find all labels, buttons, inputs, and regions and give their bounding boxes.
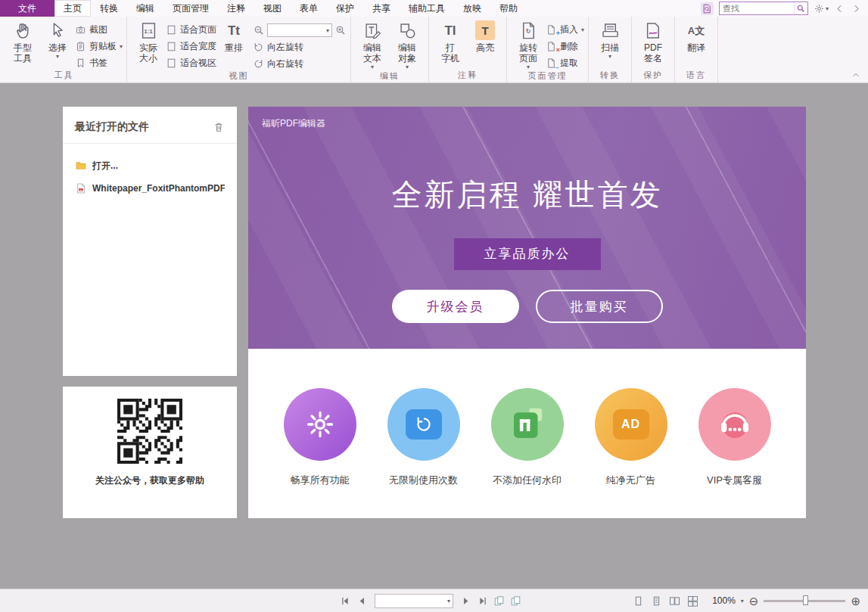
bookmark-button[interactable]: 书签 bbox=[75, 57, 123, 70]
rotate-right-button[interactable]: 向右旋转 bbox=[253, 57, 347, 70]
settings-gear-icon[interactable]: ▾ bbox=[814, 3, 829, 14]
tab-presentation[interactable]: 放映 bbox=[454, 0, 490, 17]
upgrade-member-button[interactable]: 升级会员 bbox=[392, 290, 519, 323]
chevron-left-icon[interactable] bbox=[834, 3, 845, 14]
rotate-right-icon bbox=[253, 58, 264, 70]
fit-visible-icon bbox=[166, 57, 177, 69]
zoom-slider-thumb[interactable] bbox=[803, 595, 808, 605]
tools-small-column: 截图 剪贴板▾ 书签 bbox=[75, 18, 123, 70]
zoom-in-button[interactable]: ⊕ bbox=[851, 595, 860, 607]
reflow-button[interactable]: Tt 重排 bbox=[216, 18, 251, 68]
page-navigation: ▾ bbox=[339, 594, 522, 608]
recent-file-item[interactable]: Whitepaper_FoxitPhantomPDF.p... bbox=[75, 177, 225, 200]
page-number-input[interactable] bbox=[378, 596, 447, 605]
tab-form[interactable]: 表单 bbox=[291, 0, 327, 17]
zoom-percentage[interactable]: 100% bbox=[712, 595, 736, 606]
pdf-sign-button[interactable]: PDF 签名 bbox=[636, 18, 670, 68]
page-number-combobox[interactable]: ▾ bbox=[375, 594, 453, 608]
single-page-view-button[interactable] bbox=[632, 595, 645, 607]
open-file-item[interactable]: 打开... bbox=[75, 154, 225, 177]
zoom-out-button[interactable]: ⊖ bbox=[749, 595, 759, 607]
search-input[interactable] bbox=[720, 4, 794, 13]
tab-convert[interactable]: 转换 bbox=[91, 0, 127, 17]
app-name-label: 福昕PDF编辑器 bbox=[262, 117, 806, 130]
tab-view[interactable]: 视图 bbox=[254, 0, 291, 17]
rotate-left-icon bbox=[253, 42, 264, 53]
fit-visible-button[interactable]: 适合视区 bbox=[166, 57, 216, 70]
status-bar: ▾ 100% ▾ ⊖ ⊕ bbox=[0, 589, 868, 612]
ribbon-group-label-language: 语言 bbox=[679, 70, 714, 82]
edit-object-button[interactable]: 编辑 对象 ▾ bbox=[390, 18, 425, 70]
clipboard-button[interactable]: 剪贴板▾ bbox=[75, 40, 123, 53]
zoom-level-input[interactable] bbox=[270, 26, 326, 35]
actual-size-icon: 1:1 bbox=[138, 20, 159, 41]
facing-view-button[interactable] bbox=[668, 595, 681, 607]
translate-label: 翻译 bbox=[687, 42, 705, 53]
headset-feature-icon bbox=[698, 388, 771, 461]
next-view-button[interactable] bbox=[509, 595, 522, 607]
rotate-left-button[interactable]: 向左旋转 bbox=[253, 41, 347, 54]
actual-size-button[interactable]: 1:1 实际 大小 bbox=[131, 18, 166, 68]
typewriter-button[interactable]: TI 打 字机 bbox=[433, 18, 468, 68]
first-page-button[interactable] bbox=[339, 595, 352, 607]
dropdown-caret-icon: ▾ bbox=[326, 27, 329, 34]
tab-edit[interactable]: 编辑 bbox=[127, 0, 163, 17]
select-tool-button[interactable]: 选择 ▾ bbox=[40, 18, 75, 68]
scanner-icon bbox=[600, 20, 621, 41]
edit-text-label: 编辑 bbox=[363, 42, 381, 53]
next-page-button[interactable] bbox=[459, 595, 472, 607]
fit-page-label: 适合页面 bbox=[180, 23, 216, 36]
fit-page-button[interactable]: 适合页面 bbox=[166, 23, 216, 36]
highlight-button[interactable]: T 高亮 bbox=[468, 18, 502, 68]
fit-width-icon bbox=[166, 41, 177, 52]
tab-help[interactable]: 帮助 bbox=[490, 0, 527, 17]
ribbon-group-label-view: 视图 bbox=[131, 70, 347, 82]
continuous-facing-view-button[interactable] bbox=[686, 595, 699, 607]
qr-code bbox=[117, 399, 182, 464]
tab-organize[interactable]: 页面管理 bbox=[163, 0, 218, 17]
insert-pages-button[interactable]: +插入▾ bbox=[546, 23, 584, 36]
zoom-out-icon[interactable] bbox=[253, 24, 265, 36]
clear-recent-trash-icon[interactable] bbox=[213, 121, 225, 133]
snapshot-button[interactable]: 截图 bbox=[75, 23, 123, 36]
recent-file-label: Whitepaper_FoxitPhantomPDF.p... bbox=[92, 183, 225, 194]
rotate-pages-button[interactable]: ↻ 旋转 页面 ▾ bbox=[511, 18, 546, 70]
actual-size-label2: 大小 bbox=[139, 53, 157, 64]
ribbon-group-label-protect: 保护 bbox=[636, 70, 670, 82]
ad-feature-icon: AD bbox=[595, 388, 667, 461]
extract-pages-button[interactable]: →提取 bbox=[546, 57, 584, 70]
file-menu-button[interactable]: 文件 bbox=[0, 0, 54, 17]
find-document-icon[interactable] bbox=[701, 2, 714, 15]
zoom-in-icon[interactable] bbox=[334, 24, 347, 36]
ribbon-tabs: 主页 转换 编辑 页面管理 注释 视图 表单 保护 共享 辅助工具 放映 帮助 bbox=[54, 0, 527, 17]
previous-page-button[interactable] bbox=[356, 595, 369, 607]
edit-text-button[interactable]: 编辑 文本 ▾ bbox=[355, 18, 390, 70]
tab-comment[interactable]: 注释 bbox=[218, 0, 254, 17]
scan-button[interactable]: 扫描 ▾ bbox=[593, 18, 627, 68]
recent-files-panel: 最近打开的文件 打开... Whitepaper_FoxitPhantomPDF… bbox=[63, 107, 237, 376]
fit-page-icon bbox=[166, 24, 177, 36]
bulk-purchase-button[interactable]: 批量购买 bbox=[536, 290, 663, 323]
zoom-dropdown-caret-icon[interactable]: ▾ bbox=[741, 598, 744, 604]
fit-width-button[interactable]: 适合宽度 bbox=[166, 40, 216, 53]
chevron-right-icon[interactable] bbox=[851, 3, 862, 14]
gear-feature-icon bbox=[284, 388, 356, 461]
translate-button[interactable]: A文 翻译 bbox=[679, 18, 714, 68]
delete-pages-button[interactable]: ×删除 bbox=[546, 40, 584, 53]
zoom-slider[interactable] bbox=[764, 595, 845, 607]
dropdown-caret-icon: ▾ bbox=[527, 64, 530, 70]
edit-object-label: 编辑 bbox=[398, 42, 416, 53]
feature-label: VIP专属客服 bbox=[707, 474, 762, 487]
zoom-level-combobox[interactable]: ▾ bbox=[267, 23, 332, 37]
tab-home[interactable]: 主页 bbox=[54, 0, 91, 17]
search-icon[interactable] bbox=[794, 2, 807, 14]
tab-protect[interactable]: 保护 bbox=[327, 0, 363, 17]
rotate-pages-label: 旋转 bbox=[519, 42, 537, 53]
tab-share[interactable]: 共享 bbox=[363, 0, 400, 17]
continuous-view-button[interactable] bbox=[650, 595, 663, 607]
last-page-button[interactable] bbox=[476, 595, 489, 607]
tab-accessibility[interactable]: 辅助工具 bbox=[400, 0, 454, 17]
previous-view-button[interactable] bbox=[493, 595, 506, 607]
collapse-ribbon-icon[interactable] bbox=[851, 70, 860, 79]
hand-tool-button[interactable]: 手型 工具 bbox=[5, 18, 40, 68]
